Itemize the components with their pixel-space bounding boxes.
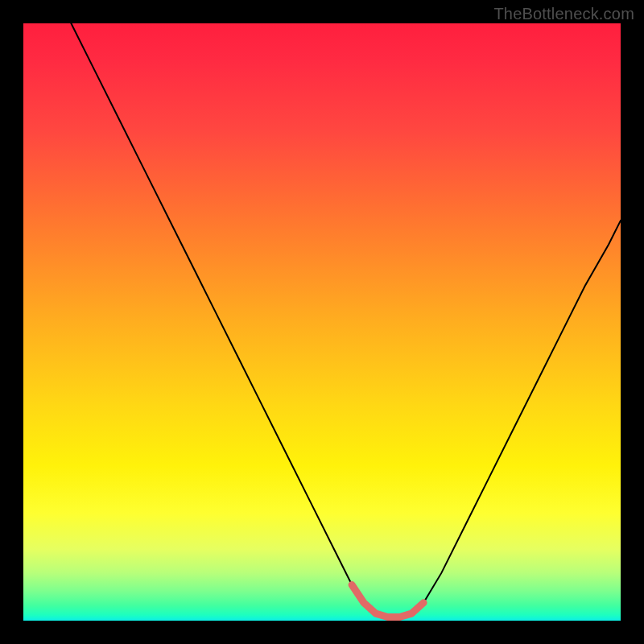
plot-area bbox=[23, 23, 621, 621]
watermark-text: TheBottleneck.com bbox=[493, 5, 634, 23]
curve-main-path bbox=[71, 23, 621, 617]
curve-highlight-path bbox=[352, 584, 423, 617]
chart-frame: TheBottleneck.com bbox=[0, 0, 644, 644]
bottleneck-curve bbox=[23, 23, 621, 621]
